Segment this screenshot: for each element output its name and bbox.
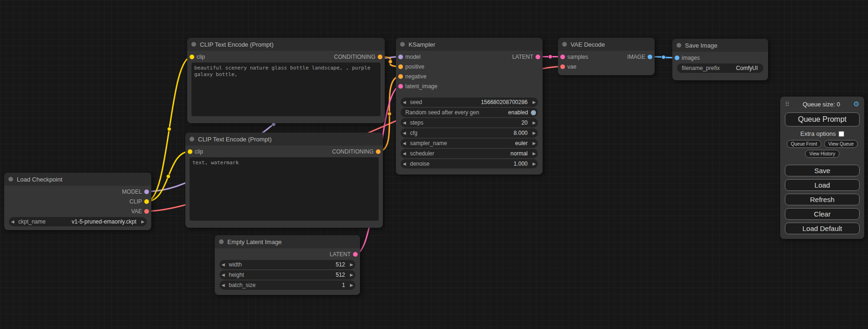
history-row: View History	[785, 150, 860, 158]
model-output-port[interactable]	[144, 189, 149, 194]
decrement-arrow-icon[interactable]: ◀	[401, 120, 408, 125]
increment-arrow-icon[interactable]: ▶	[530, 120, 538, 125]
decrement-arrow-icon[interactable]: ◀	[401, 131, 408, 135]
widget-label: ckpt_name	[18, 218, 46, 225]
model-input-port[interactable]	[398, 55, 403, 59]
increment-arrow-icon[interactable]: ▶	[530, 100, 538, 105]
slot-label: samples	[567, 54, 588, 60]
decrement-arrow-icon[interactable]: ◀	[219, 283, 227, 287]
save-button[interactable]: Save	[785, 165, 860, 176]
widget-value: ComfyUI	[736, 65, 758, 71]
clear-button[interactable]: Clear	[785, 208, 860, 220]
widget-label: batch_size	[229, 282, 255, 288]
clip-input-port[interactable]	[188, 149, 192, 154]
slot-label: IMAGE	[627, 54, 645, 60]
node-vae-decode[interactable]: VAE Decode samples IMAGE vae	[558, 38, 655, 75]
vae-output-port[interactable]	[144, 209, 149, 214]
node-title-bar[interactable]: KSampler	[396, 38, 543, 51]
load-default-button[interactable]: Load Default	[785, 223, 860, 234]
widget-label: width	[229, 261, 242, 268]
collapse-toggle-icon[interactable]	[677, 43, 681, 48]
node-title-bar[interactable]: CLIP Text Encode (Prompt)	[187, 38, 385, 51]
widget-batch-size[interactable]: ◀ batch_size 1 ▶	[219, 280, 355, 290]
decrement-arrow-icon[interactable]: ◀	[219, 262, 227, 267]
slot-label: vae	[567, 63, 576, 70]
decrement-arrow-icon[interactable]: ◀	[401, 141, 408, 146]
increment-arrow-icon[interactable]: ▶	[530, 161, 538, 166]
widget-seed-control-toggle[interactable]: Random seed after every gen enabled	[401, 108, 538, 117]
decrement-arrow-icon[interactable]: ◀	[219, 273, 227, 277]
images-input-port[interactable]	[675, 56, 679, 60]
node-title-bar[interactable]: Load Checkpoint	[4, 173, 151, 186]
toggle-knob-icon[interactable]	[531, 110, 536, 115]
extra-options-checkbox[interactable]	[839, 131, 844, 137]
widget-width[interactable]: ◀ width 512 ▶	[219, 260, 355, 269]
increment-arrow-icon[interactable]: ▶	[348, 273, 355, 277]
decrement-arrow-icon[interactable]: ◀	[401, 161, 408, 166]
queue-front-button[interactable]: Queue Front	[787, 140, 821, 148]
decrement-arrow-icon[interactable]: ◀	[9, 219, 16, 224]
negative-prompt-textarea[interactable]: text, watermark	[190, 157, 379, 221]
positive-prompt-textarea[interactable]: beautiful scenery nature glass bottle la…	[191, 63, 381, 116]
increment-arrow-icon[interactable]: ▶	[530, 131, 538, 135]
node-empty-latent-image[interactable]: Empty Latent Image LATENT ◀ width 512 ▶ …	[215, 235, 360, 295]
node-title-bar[interactable]: Empty Latent Image	[215, 235, 360, 248]
widget-sampler-name[interactable]: ◀ sampler_name euler ▶	[401, 139, 538, 148]
node-clip-text-encode-negative[interactable]: CLIP Text Encode (Prompt) clip CONDITION…	[185, 133, 383, 228]
node-save-image[interactable]: Save Image images filename_prefix ComfyU…	[672, 39, 768, 80]
widget-cfg[interactable]: ◀ cfg 8.000 ▶	[401, 128, 538, 138]
slot-label: CLIP	[129, 198, 142, 205]
node-clip-text-encode-positive[interactable]: CLIP Text Encode (Prompt) clip CONDITION…	[187, 38, 385, 123]
collapse-toggle-icon[interactable]	[8, 177, 13, 182]
node-load-checkpoint[interactable]: Load Checkpoint MODEL CLIP VAE ◀ ckpt_na…	[4, 173, 151, 230]
node-title-bar[interactable]: CLIP Text Encode (Prompt)	[185, 133, 383, 146]
collapse-toggle-icon[interactable]	[190, 137, 194, 141]
vae-input-port[interactable]	[560, 64, 565, 69]
conditioning-output-port[interactable]	[378, 55, 382, 59]
gear-icon[interactable]: ⚙	[854, 100, 860, 108]
view-history-button[interactable]: View History	[805, 150, 839, 158]
clip-output-port[interactable]	[144, 199, 149, 204]
input-slot-images: images	[672, 53, 768, 63]
widget-height[interactable]: ◀ height 512 ▶	[219, 270, 355, 280]
node-title-bar[interactable]: VAE Decode	[558, 38, 655, 51]
widget-denoise[interactable]: ◀ denoise 1.000 ▶	[401, 159, 538, 168]
collapse-toggle-icon[interactable]	[562, 42, 567, 47]
conditioning-output-port[interactable]	[376, 149, 381, 154]
clip-input-port[interactable]	[190, 55, 194, 59]
widget-value: 20	[522, 119, 528, 126]
node-title: CLIP Text Encode (Prompt)	[198, 136, 272, 143]
increment-arrow-icon[interactable]: ▶	[530, 141, 538, 146]
refresh-button[interactable]: Refresh	[785, 194, 860, 205]
samples-input-port[interactable]	[560, 55, 565, 59]
widget-seed[interactable]: ◀ seed 156680208700286 ▶	[401, 98, 538, 107]
increment-arrow-icon[interactable]: ▶	[139, 219, 147, 224]
queue-prompt-button[interactable]: Queue Prompt	[785, 112, 860, 126]
image-output-port[interactable]	[648, 55, 652, 59]
latent-output-port[interactable]	[353, 252, 358, 257]
collapse-toggle-icon[interactable]	[191, 42, 196, 47]
latent-output-port[interactable]	[536, 55, 540, 59]
node-title-bar[interactable]: Save Image	[672, 39, 768, 52]
node-ksampler[interactable]: KSampler model LATENT positive negative …	[396, 38, 543, 175]
negative-input-port[interactable]	[398, 74, 403, 79]
decrement-arrow-icon[interactable]: ◀	[401, 151, 408, 156]
widget-filename-prefix[interactable]: filename_prefix ComfyUI	[677, 63, 763, 73]
widget-steps[interactable]: ◀ steps 20 ▶	[401, 118, 538, 127]
collapse-toggle-icon[interactable]	[219, 239, 224, 244]
collapse-toggle-icon[interactable]	[400, 42, 405, 47]
widget-label: denoise	[410, 161, 430, 167]
increment-arrow-icon[interactable]: ▶	[348, 262, 355, 267]
latent-image-input-port[interactable]	[398, 84, 403, 89]
widget-label: scheduler	[410, 150, 434, 157]
load-button[interactable]: Load	[785, 179, 860, 191]
view-queue-button[interactable]: View Queue	[824, 140, 858, 148]
decrement-arrow-icon[interactable]: ◀	[401, 100, 408, 105]
increment-arrow-icon[interactable]: ▶	[348, 283, 355, 287]
positive-input-port[interactable]	[398, 64, 403, 69]
output-slot-clip: CLIP	[4, 196, 151, 206]
increment-arrow-icon[interactable]: ▶	[530, 151, 538, 156]
widget-scheduler[interactable]: ◀ scheduler normal ▶	[401, 149, 538, 158]
widget-ckpt-name[interactable]: ◀ ckpt_name v1-5-pruned-emaonly.ckpt ▶	[9, 217, 147, 226]
drag-handle-icon[interactable]: ⠿	[785, 101, 790, 108]
